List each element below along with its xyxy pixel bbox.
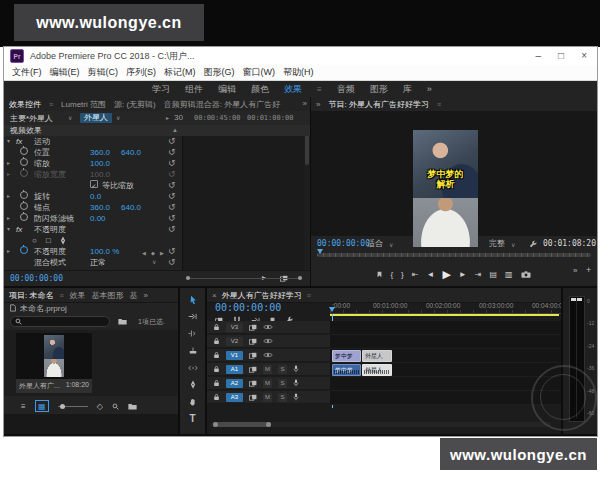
program-playhead[interactable] — [317, 249, 323, 254]
fx-badge-icon[interactable]: fx — [16, 136, 22, 147]
reset-icon[interactable]: ↺ — [168, 180, 176, 191]
tab-effects[interactable]: 效果 — [70, 290, 86, 301]
new-bin-button[interactable] — [128, 403, 137, 410]
reset-icon[interactable]: ↺ — [168, 191, 176, 202]
track-name-a2[interactable]: A2 — [226, 379, 243, 388]
step-back-button[interactable]: ◄ — [426, 270, 434, 279]
tab-project[interactable]: 项目: 未命名 — [9, 290, 53, 301]
close-sequence-icon[interactable]: × — [212, 291, 217, 300]
search-input[interactable] — [25, 317, 105, 326]
audio-clip-1[interactable]: 梦中梦 — [332, 364, 361, 376]
opacity-group-row[interactable]: ▾ fx 不透明度 ↺ — [4, 224, 182, 235]
workspace-color[interactable]: 颜色 — [251, 83, 269, 96]
blend-mode-value[interactable]: 正常 — [90, 257, 106, 268]
tab-essential-graphics[interactable]: 基本图形 — [92, 290, 124, 301]
workspace-audio[interactable]: 音频 — [337, 83, 355, 96]
chevron-down-icon[interactable]: ∨ — [511, 239, 515, 251]
keyframe-lane[interactable]: 外星人 — [182, 125, 305, 270]
track-visibility-icon[interactable] — [263, 352, 273, 358]
reset-icon[interactable]: ↺ — [168, 136, 176, 147]
track-name-v1[interactable]: V1 — [226, 351, 243, 360]
anchor-y-value[interactable]: 640.0 — [121, 202, 141, 213]
caret-right-icon[interactable]: ▸ — [7, 246, 10, 257]
caret-right-icon[interactable]: ▸ — [7, 213, 10, 224]
track-v3-lane[interactable] — [330, 321, 561, 335]
lock-icon[interactable] — [213, 365, 220, 373]
track-visibility-icon[interactable] — [263, 338, 273, 344]
selection-tool[interactable] — [180, 292, 205, 307]
rect-mask-icon[interactable]: □ — [46, 235, 51, 246]
solo-button[interactable]: S — [278, 393, 287, 402]
transport-overflow-button[interactable]: » — [573, 266, 577, 275]
voiceover-record-icon[interactable] — [293, 393, 299, 401]
workspace-menu-icon[interactable]: ≡ — [317, 85, 322, 94]
timeline-playhead[interactable] — [329, 307, 335, 312]
solo-button[interactable]: S — [278, 379, 287, 388]
reset-icon[interactable]: ↺ — [168, 213, 176, 224]
project-search-box[interactable] — [10, 316, 110, 327]
track-v2-lane[interactable] — [330, 335, 561, 349]
stopwatch-icon[interactable] — [20, 202, 28, 210]
workspace-graphics[interactable]: 图形 — [370, 83, 388, 96]
icon-view-button[interactable]: ▦ — [35, 400, 49, 412]
workspace-effects[interactable]: 效果 — [284, 83, 302, 96]
opacity-value[interactable]: 100.0 % — [90, 246, 119, 257]
caret-down-icon[interactable]: ▾ — [7, 136, 10, 147]
tab-overflow-icon[interactable]: » — [303, 99, 307, 108]
timeline-timecode[interactable]: 00:00:00:00 — [215, 302, 281, 313]
chevron-down-icon[interactable]: ∨ — [389, 239, 393, 251]
bin-icon[interactable] — [118, 318, 127, 325]
maximize-button[interactable]: □ — [558, 51, 564, 61]
collapse-icon[interactable]: ▲ — [172, 125, 178, 136]
menu-graphics[interactable]: 图形(G) — [204, 66, 235, 79]
reset-icon[interactable]: ↺ — [168, 202, 176, 213]
tab-overflow-icon[interactable]: » — [144, 291, 148, 300]
reset-icon[interactable]: ↺ — [168, 257, 176, 268]
tab-audio-clip-mixer[interactable]: 音频剪辑混合器: 外星人有广告好 — [164, 99, 280, 110]
source-patch-icon[interactable] — [249, 394, 257, 401]
step-forward-button[interactable]: ► — [459, 270, 467, 279]
source-patch-icon[interactable] — [249, 338, 257, 345]
stopwatch-icon[interactable] — [20, 246, 28, 254]
track-a2-lane[interactable] — [330, 377, 561, 391]
menu-help[interactable]: 帮助(H) — [283, 66, 314, 79]
export-frame-button[interactable] — [521, 271, 531, 278]
voiceover-record-icon[interactable] — [293, 365, 299, 373]
tab-program-monitor[interactable]: 节目: 外星人有广告好好学习 — [328, 99, 428, 110]
track-name-a1[interactable]: A1 — [226, 365, 243, 374]
anchor-x-value[interactable]: 360.0 — [90, 202, 110, 213]
lift-button[interactable]: ▤ — [489, 270, 497, 279]
list-view-button[interactable]: ≡ — [21, 402, 26, 411]
chevron-down-icon[interactable]: ∨ — [152, 257, 156, 268]
program-timecode[interactable]: 00:00:00:00 — [317, 238, 370, 250]
lock-icon[interactable] — [213, 393, 220, 401]
stopwatch-icon[interactable] — [20, 191, 28, 199]
voiceover-record-icon[interactable] — [293, 379, 299, 387]
menu-clip[interactable]: 剪辑(C) — [88, 66, 119, 79]
play-button[interactable]: ▶ — [442, 268, 450, 281]
source-patch-icon[interactable] — [249, 324, 257, 331]
hand-tool[interactable] — [180, 394, 205, 409]
zoom-level-select[interactable]: 适合 — [367, 238, 383, 250]
stopwatch-icon[interactable] — [20, 213, 28, 221]
caret-right-icon[interactable]: ▸ — [7, 158, 10, 169]
track-visibility-icon[interactable] — [263, 324, 273, 330]
ec-timecode[interactable]: 00:00:00:00 — [10, 274, 63, 283]
mute-button[interactable]: M — [263, 365, 272, 374]
video-clip-1[interactable]: 梦中梦 — [332, 350, 361, 362]
menu-edit[interactable]: 编辑(E) — [50, 66, 80, 79]
close-button[interactable]: × — [581, 51, 587, 61]
pen-tool[interactable] — [180, 377, 205, 392]
source-patch-icon[interactable] — [249, 352, 257, 359]
reset-icon[interactable]: ↺ — [168, 147, 176, 158]
minimize-button[interactable]: – — [536, 51, 542, 61]
caret-down-icon[interactable]: ▾ — [7, 224, 10, 235]
workspace-editing[interactable]: 编辑 — [218, 83, 236, 96]
ec-zoom-scrollbar[interactable] — [188, 278, 300, 279]
chevron-down-icon[interactable]: ∨ — [68, 114, 72, 121]
project-clip-card[interactable]: 外星人有广... 1:08:20 — [16, 333, 92, 393]
type-tool[interactable]: T — [180, 411, 205, 426]
stopwatch-icon[interactable] — [20, 147, 28, 155]
video-clip-2[interactable]: 外星人 — [362, 350, 392, 362]
track-select-forward-tool[interactable] — [180, 309, 205, 324]
